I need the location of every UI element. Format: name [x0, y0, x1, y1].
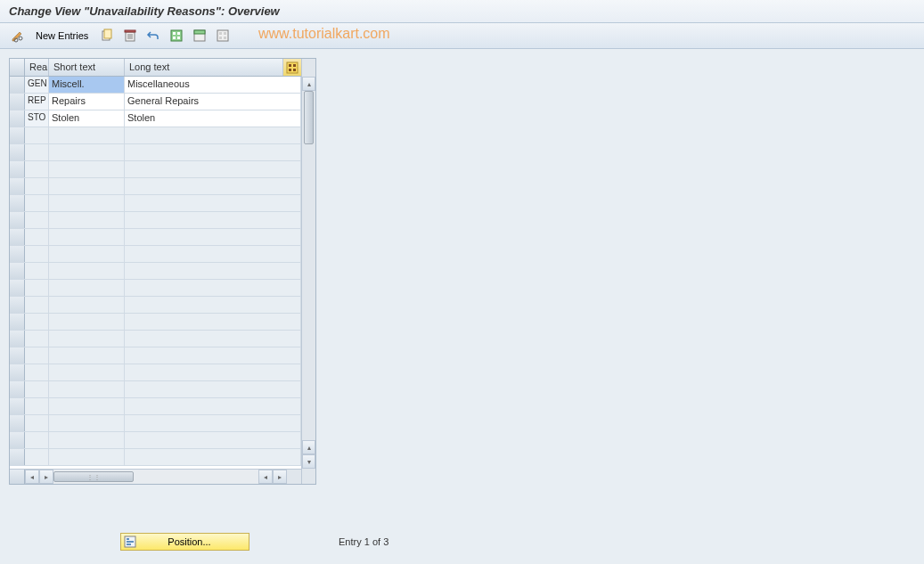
deselect-all-icon[interactable]	[213, 27, 233, 45]
cell-long	[125, 432, 301, 448]
cell-rea	[25, 178, 49, 194]
row-selector[interactable]	[10, 195, 25, 211]
row-selector[interactable]	[10, 246, 25, 262]
delete-icon[interactable]	[120, 27, 140, 45]
footer: Position... Entry 1 of 3	[120, 533, 388, 551]
table-settings-icon[interactable]	[283, 59, 301, 76]
row-selector[interactable]	[10, 229, 25, 245]
svg-rect-11	[177, 32, 180, 35]
vertical-scrollbar[interactable]: ▴ ▴ ▾	[301, 59, 315, 484]
table-row	[10, 449, 301, 466]
cell-long	[125, 127, 301, 143]
row-selector[interactable]	[10, 110, 25, 127]
row-selector[interactable]	[10, 297, 25, 313]
cell-rea[interactable]: GEN	[25, 77, 49, 93]
row-selector[interactable]	[10, 364, 25, 380]
row-selector[interactable]	[10, 161, 25, 177]
row-selector[interactable]	[10, 415, 25, 431]
table-row	[10, 381, 301, 398]
vscroll-track[interactable]	[302, 91, 315, 440]
hscroll-track[interactable]: ⋮⋮	[53, 470, 258, 484]
cell-rea	[25, 381, 49, 397]
row-selector[interactable]	[10, 449, 25, 465]
scroll-left-start-icon[interactable]: ◂	[25, 470, 39, 484]
cell-long	[125, 195, 301, 211]
select-all-header[interactable]	[10, 59, 25, 76]
row-selector[interactable]	[10, 94, 25, 110]
copy-as-icon[interactable]	[97, 27, 117, 45]
cell-long	[125, 314, 301, 330]
row-selector[interactable]	[10, 144, 25, 160]
cell-short[interactable]: Stolen	[49, 110, 125, 127]
undo-icon[interactable]	[143, 27, 163, 45]
cell-short	[49, 229, 125, 245]
table-row	[10, 127, 301, 144]
scroll-right-icon[interactable]: ◂	[258, 470, 273, 484]
page-title: Change View "Unavailability Reasons": Ov…	[0, 0, 924, 23]
cell-long	[125, 331, 301, 347]
table-row	[10, 161, 301, 178]
cell-rea	[25, 314, 49, 330]
row-selector[interactable]	[10, 331, 25, 347]
horizontal-scrollbar[interactable]: ◂ ▸ ⋮⋮ ◂ ▸	[10, 469, 301, 484]
scroll-down-icon[interactable]: ▾	[302, 454, 315, 469]
toolbar: New Entries www.tutorialkart.com	[0, 23, 924, 49]
row-selector[interactable]	[10, 398, 25, 414]
cell-rea	[25, 127, 49, 143]
position-button[interactable]: Position...	[120, 533, 249, 551]
row-selector[interactable]	[10, 347, 25, 364]
watermark: www.tutorialkart.com	[258, 26, 390, 42]
cell-long	[125, 364, 301, 380]
toggle-change-button[interactable]	[9, 28, 30, 44]
cell-long	[125, 415, 301, 431]
table-row	[10, 263, 301, 280]
select-block-icon[interactable]	[190, 27, 209, 45]
scroll-down-step-icon[interactable]: ▴	[302, 440, 315, 454]
svg-rect-22	[289, 64, 291, 67]
cell-long	[125, 229, 301, 245]
cell-long[interactable]: Miscellaneous	[125, 77, 301, 93]
row-selector[interactable]	[10, 280, 25, 296]
cell-rea	[25, 144, 49, 160]
svg-rect-28	[127, 541, 134, 543]
cell-long[interactable]: General Repairs	[125, 94, 301, 110]
cell-short	[49, 347, 125, 364]
svg-rect-12	[173, 37, 176, 39]
row-selector[interactable]	[10, 178, 25, 194]
row-selector[interactable]	[10, 127, 25, 143]
row-selector[interactable]	[10, 263, 25, 279]
cell-short	[49, 195, 125, 211]
cell-long	[125, 178, 301, 194]
new-entries-label: New Entries	[36, 30, 88, 41]
column-header-rea[interactable]: Rea	[25, 59, 49, 76]
column-header-long[interactable]: Long text	[125, 59, 283, 76]
cell-rea	[25, 161, 49, 177]
column-header-short[interactable]: Short text	[49, 59, 125, 76]
new-entries-button[interactable]: New Entries	[34, 29, 94, 42]
entry-status: Entry 1 of 3	[339, 536, 388, 547]
row-selector[interactable]	[10, 432, 25, 448]
table-header: Rea Short text Long text	[10, 59, 301, 77]
cell-short[interactable]: Repairs	[49, 94, 125, 110]
vscroll-thumb[interactable]	[304, 91, 314, 144]
cell-short[interactable]: Miscell.	[49, 77, 125, 93]
scroll-left-icon[interactable]: ▸	[39, 470, 53, 484]
cell-long	[125, 280, 301, 296]
cell-rea	[25, 212, 49, 228]
scroll-up-icon[interactable]: ▴	[302, 77, 315, 91]
cell-short	[49, 280, 125, 296]
select-all-icon[interactable]	[167, 27, 186, 45]
row-selector[interactable]	[10, 212, 25, 228]
table-row	[10, 314, 301, 331]
hscroll-thumb[interactable]: ⋮⋮	[53, 471, 134, 482]
row-selector[interactable]	[10, 77, 25, 93]
row-selector[interactable]	[10, 381, 25, 397]
cell-rea[interactable]: STO	[25, 110, 49, 127]
cell-long	[125, 212, 301, 228]
cell-long[interactable]: Stolen	[125, 110, 301, 127]
cell-rea[interactable]: REP	[25, 94, 49, 110]
table-row	[10, 212, 301, 229]
row-selector[interactable]	[10, 314, 25, 330]
scroll-right-end-icon[interactable]: ▸	[273, 470, 287, 484]
cell-long	[125, 449, 301, 465]
